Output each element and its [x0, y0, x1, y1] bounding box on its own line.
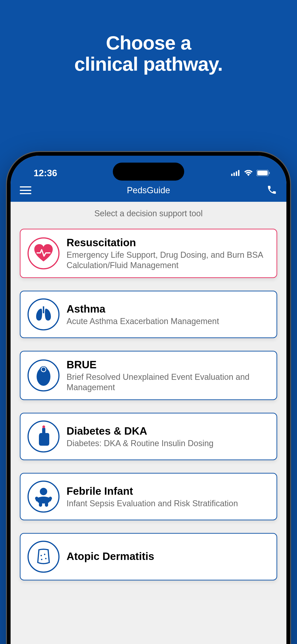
swaddle-icon — [28, 359, 60, 392]
svg-point-18 — [40, 488, 47, 495]
prompt-text: Select a decision support tool — [20, 209, 277, 218]
nav-bar: PedsGuide — [10, 179, 286, 202]
svg-rect-0 — [231, 174, 232, 176]
card-brue[interactable]: BRUE Brief Resolved Unexplained Event Ev… — [20, 351, 277, 400]
status-icons — [231, 170, 270, 176]
content-area: Select a decision support tool Resuscita… — [10, 202, 286, 600]
svg-point-16 — [42, 426, 45, 428]
signal-icon — [231, 170, 240, 176]
card-desc: Brief Resolved Unexplained Event Evaluat… — [66, 372, 270, 392]
svg-rect-19 — [39, 502, 42, 507]
promo-line-2: clinical pathway. — [0, 54, 297, 75]
card-title: Febrile Infant — [66, 485, 270, 497]
svg-rect-20 — [45, 502, 48, 507]
card-desc: Infant Sepsis Evaluation and Risk Strati… — [66, 498, 270, 508]
card-desc: Acute Asthma Exacerbation Management — [66, 316, 270, 326]
svg-point-27 — [41, 559, 42, 560]
card-title: BRUE — [66, 358, 270, 371]
svg-point-25 — [44, 554, 45, 555]
svg-rect-1 — [234, 172, 235, 176]
card-diabetes[interactable]: Diabetes & DKA Diabetes: DKA & Routine I… — [20, 413, 277, 460]
heart-icon — [28, 237, 60, 270]
card-desc: Emergency Life Support, Drug Dosing, and… — [66, 250, 270, 270]
baby-icon — [28, 480, 60, 513]
svg-rect-6 — [269, 172, 270, 174]
skin-icon — [28, 540, 60, 573]
svg-rect-9 — [43, 306, 44, 313]
promo-line-1: Choose a — [0, 32, 297, 54]
card-resuscitation[interactable]: Resuscitation Emergency Life Support, Dr… — [20, 229, 277, 278]
status-time: 12:36 — [34, 168, 57, 178]
card-desc: Diabetes: DKA & Routine Insulin Dosing — [66, 438, 270, 448]
svg-rect-2 — [236, 171, 237, 176]
lungs-icon — [28, 298, 60, 330]
promo-heading: Choose a clinical pathway. — [0, 0, 297, 75]
card-asthma[interactable]: Asthma Acute Asthma Exacerbation Managem… — [20, 291, 277, 338]
battery-icon — [256, 170, 270, 176]
card-febrile-infant[interactable]: Febrile Infant Infant Sepsis Evaluation … — [20, 473, 277, 520]
svg-point-24 — [40, 555, 42, 556]
svg-point-8 — [28, 299, 59, 330]
phone-frame: 12:36 PedsGuide Sel — [7, 152, 290, 644]
phone-screen: 12:36 PedsGuide Sel — [10, 156, 286, 644]
svg-point-23 — [28, 541, 59, 572]
wifi-icon — [244, 170, 253, 176]
card-atopic-dermatitis[interactable]: Atopic Dermatitis — [20, 533, 277, 580]
svg-point-26 — [45, 558, 46, 559]
menu-button[interactable] — [20, 186, 31, 194]
card-title: Asthma — [66, 303, 270, 315]
card-title: Atopic Dermatitis — [66, 550, 270, 562]
card-title: Diabetes & DKA — [66, 425, 270, 437]
svg-rect-15 — [42, 427, 45, 436]
card-title: Resuscitation — [66, 236, 270, 249]
svg-rect-3 — [238, 170, 240, 176]
svg-rect-5 — [258, 171, 268, 176]
phone-button[interactable] — [266, 184, 277, 196]
app-title: PedsGuide — [127, 186, 170, 195]
hand-icon — [28, 420, 60, 452]
dynamic-island — [113, 162, 184, 180]
